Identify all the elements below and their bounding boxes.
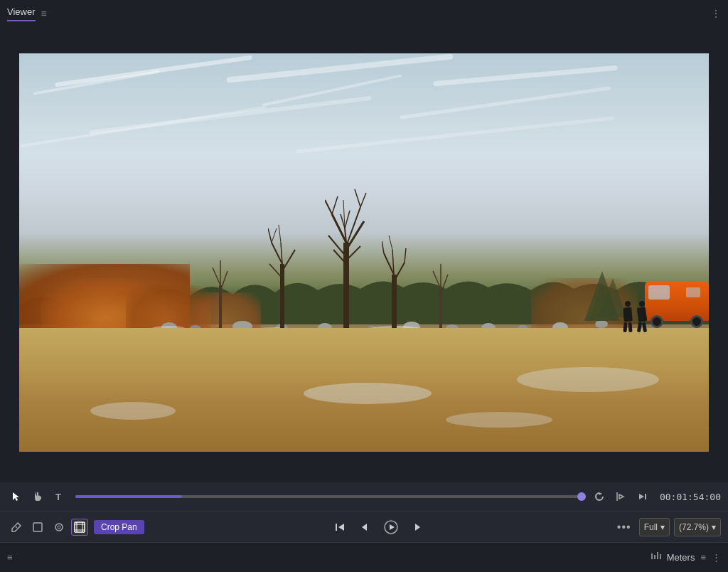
skip-end-button[interactable] <box>633 488 651 505</box>
svg-line-36 <box>441 275 448 294</box>
svg-rect-46 <box>75 522 85 532</box>
crop-pan-badge: Crop Pan <box>94 520 144 534</box>
scrubber-container[interactable] <box>75 495 582 498</box>
toolbar-right-icons: 00:01:54:00 <box>590 488 721 505</box>
svg-line-28 <box>382 241 384 253</box>
svg-line-19 <box>268 228 272 243</box>
svg-line-22 <box>279 225 281 243</box>
play-button[interactable] <box>378 514 404 540</box>
svg-line-13 <box>345 211 350 228</box>
svg-point-44 <box>55 524 63 531</box>
extract-button[interactable] <box>611 488 630 505</box>
quality-selector[interactable]: Full ▾ <box>639 518 670 536</box>
video-scene <box>19 53 709 452</box>
header-menu-icon[interactable]: ≡ <box>41 8 47 19</box>
header-left: Viewer ≡ <box>7 6 47 21</box>
cycle-button[interactable] <box>590 488 609 505</box>
viewer-panel: Viewer ≡ ⋮ <box>0 0 728 572</box>
svg-line-5 <box>325 200 332 214</box>
svg-line-17 <box>282 250 295 271</box>
circle-tool-button[interactable] <box>50 519 68 536</box>
crop-pan-tool-button[interactable] <box>71 519 88 536</box>
bottom-left-icons: ≡ <box>7 552 13 563</box>
viewer-header: Viewer ≡ ⋮ <box>0 0 728 23</box>
toolbar-row2: Crop Pan <box>0 511 728 542</box>
timecode-display: 00:01:54:00 <box>660 492 721 502</box>
svg-rect-41 <box>645 494 646 499</box>
svg-line-8 <box>360 193 366 207</box>
svg-line-31 <box>213 268 220 285</box>
svg-point-42 <box>16 526 17 528</box>
meters-menu-icon[interactable]: ⋮ <box>712 552 721 563</box>
shape-tool-button[interactable] <box>28 519 47 536</box>
pen-tool-button[interactable] <box>7 519 26 536</box>
svg-rect-56 <box>660 554 661 559</box>
svg-rect-53 <box>651 554 653 559</box>
meters-label: Meters <box>667 552 695 563</box>
svg-line-7 <box>355 189 360 207</box>
toolbar: T <box>0 482 728 542</box>
svg-point-45 <box>58 526 60 529</box>
toolbar-row2-left: Crop Pan <box>7 519 144 536</box>
svg-line-27 <box>389 235 392 250</box>
van <box>645 282 709 328</box>
toolbar-row1: T <box>0 482 728 511</box>
more-options-button[interactable]: ••• <box>614 519 635 536</box>
svg-rect-23 <box>392 275 397 328</box>
video-container <box>0 23 728 482</box>
scrubber-track[interactable] <box>75 495 582 498</box>
hand-tool-button[interactable] <box>28 488 47 505</box>
playback-controls <box>144 514 614 540</box>
svg-rect-55 <box>657 552 658 559</box>
bottom-strip: ≡ Meters ≡ ⋮ <box>0 542 728 572</box>
svg-line-6 <box>332 196 338 214</box>
step-forward-button[interactable] <box>408 519 428 536</box>
svg-line-20 <box>272 228 277 243</box>
video-frame <box>19 53 709 452</box>
svg-line-35 <box>433 271 441 289</box>
svg-rect-15 <box>280 264 284 328</box>
svg-rect-51 <box>336 524 337 531</box>
text-tool-button[interactable]: T <box>50 488 67 505</box>
meters-settings-icon[interactable]: ≡ <box>700 552 706 563</box>
svg-line-32 <box>220 271 228 291</box>
svg-rect-30 <box>219 285 222 328</box>
select-tool-button[interactable] <box>7 488 26 505</box>
scrubber-fill <box>75 495 182 498</box>
meters-section: Meters ≡ ⋮ <box>651 551 721 563</box>
zoom-selector[interactable]: (72.7%) ▾ <box>674 518 721 536</box>
viewer-title: Viewer <box>7 6 36 21</box>
step-back-button[interactable] <box>354 519 374 536</box>
people-silhouettes <box>623 301 646 332</box>
svg-rect-43 <box>33 523 42 531</box>
toolbar-row2-right: ••• Full ▾ (72.7%) ▾ <box>614 518 721 536</box>
svg-line-25 <box>394 263 405 282</box>
svg-rect-34 <box>439 289 442 328</box>
svg-rect-54 <box>654 555 655 559</box>
skip-to-start-button[interactable] <box>330 519 350 536</box>
scrubber-thumb[interactable] <box>577 492 586 501</box>
meters-left-icon[interactable] <box>651 551 661 563</box>
svg-line-2 <box>346 221 364 250</box>
header-options-icon[interactable]: ⋮ <box>711 8 721 19</box>
bottom-left-icon[interactable]: ≡ <box>7 552 13 563</box>
svg-line-29 <box>405 248 406 263</box>
